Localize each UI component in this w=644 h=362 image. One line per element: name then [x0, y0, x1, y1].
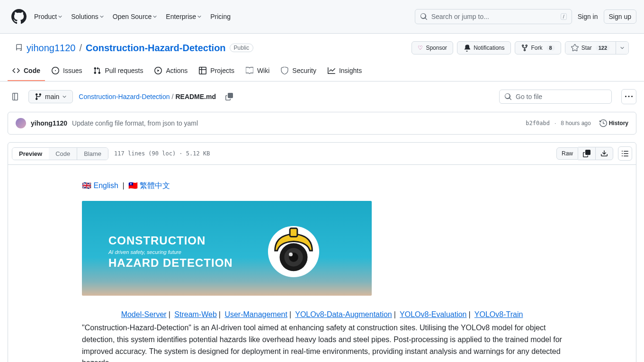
commit-time: 8 hours ago	[561, 120, 590, 127]
description: "Construction-Hazard-Detection" is an AI…	[82, 322, 562, 362]
heart-icon: ♡	[418, 45, 423, 51]
bell-icon	[463, 44, 471, 52]
outline-button[interactable]	[618, 146, 632, 161]
commit-sha[interactable]: b2f0abd	[526, 120, 550, 127]
star-icon	[571, 44, 579, 52]
nav-product[interactable]: Product	[34, 13, 63, 20]
copy-path-button[interactable]	[222, 89, 237, 104]
lang-zhtw[interactable]: 繁體中文	[140, 181, 170, 190]
breadcrumb: Construction-Hazard-Detection / README.m…	[79, 93, 216, 100]
file-view: Preview Code Blame 117 lines (90 loc) · …	[8, 142, 636, 362]
search-placeholder: Search or jump to...	[431, 13, 557, 20]
svg-rect-1	[290, 228, 297, 237]
link-user-mgmt[interactable]: User-Management	[224, 310, 287, 318]
markdown-body: 🇬🇧 English | 🇹🇼 繁體中文 Construction AI dri…	[8, 165, 636, 362]
link-train[interactable]: YOLOv8-Train	[474, 310, 523, 318]
visibility-badge: Public	[230, 44, 254, 52]
banner-logo-icon	[266, 224, 322, 280]
svg-point-5	[289, 253, 293, 256]
notifications-button[interactable]: Notifications	[457, 41, 510, 54]
repo-icon	[15, 44, 23, 52]
hero-banner: Construction AI driven safety, securing …	[82, 201, 372, 296]
link-stream-web[interactable]: Stream-Web	[174, 310, 217, 318]
file-toolbar: Preview Code Blame 117 lines (90 loc) · …	[8, 143, 636, 165]
link-eval[interactable]: YOLOv8-Evaluation	[400, 310, 466, 318]
tab-insights[interactable]: Insights	[323, 62, 367, 81]
tab-pull-requests[interactable]: Pull requests	[89, 62, 148, 81]
repo-tabs: Code Issues Pull requests Actions Projec…	[0, 62, 644, 81]
file-nav-bar: main Construction-Hazard-Detection / REA…	[0, 81, 644, 112]
sign-up-button[interactable]: Sign up	[604, 9, 636, 24]
blame-tab[interactable]: Blame	[77, 148, 108, 160]
issues-icon	[52, 67, 59, 74]
lang-english[interactable]: English	[93, 181, 118, 190]
repo-actions: ♡Sponsor Notifications Fork8 Star122	[411, 41, 629, 54]
branch-icon	[35, 93, 42, 100]
sidebar-collapse-icon	[11, 93, 19, 100]
chevron-down-icon	[620, 45, 625, 50]
code-tab[interactable]: Code	[49, 148, 77, 160]
go-to-file[interactable]: Go to file	[499, 90, 612, 104]
sign-in-link[interactable]: Sign in	[578, 13, 598, 20]
link-data-aug[interactable]: YOLOv8-Data-Augmentation	[295, 310, 392, 318]
book-icon	[246, 67, 253, 74]
module-links: Model-Server| Stream-Web| User-Managemen…	[82, 309, 562, 320]
pr-icon	[93, 67, 101, 74]
file-info: 117 lines (90 loc) · 5.12 KB	[114, 150, 210, 157]
star-button-group: Star122	[565, 41, 629, 54]
more-menu[interactable]	[621, 89, 636, 104]
search-icon	[420, 13, 428, 20]
nav-enterprise[interactable]: Enterprise	[166, 13, 202, 20]
expand-tree-button[interactable]	[8, 89, 23, 104]
tab-wiki[interactable]: Wiki	[241, 62, 274, 81]
search-shortcut: /	[561, 13, 567, 20]
branch-selector[interactable]: main	[28, 90, 73, 103]
table-icon	[199, 67, 206, 74]
global-search[interactable]: Search or jump to... /	[415, 9, 572, 24]
download-button[interactable]	[595, 147, 613, 160]
list-icon	[621, 150, 629, 157]
primary-nav: Product Solutions Open Source Enterprise…	[34, 13, 415, 20]
tab-code[interactable]: Code	[8, 62, 45, 81]
owner-link[interactable]: yihong1120	[27, 43, 75, 54]
link-model-server[interactable]: Model-Server	[121, 310, 167, 318]
repo-link[interactable]: Construction-Hazard-Detection	[86, 43, 226, 54]
preview-tab[interactable]: Preview	[12, 148, 49, 160]
commit-author[interactable]: yihong1120	[31, 119, 67, 127]
commit-message[interactable]: Update config file format, from json to …	[72, 119, 198, 127]
nav-solutions[interactable]: Solutions	[71, 13, 104, 20]
nav-pricing[interactable]: Pricing	[210, 13, 231, 20]
repo-title: yihong1120 / Construction-Hazard-Detecti…	[15, 43, 253, 54]
fork-button[interactable]: Fork8	[515, 41, 561, 54]
copy-icon	[225, 93, 233, 100]
language-selector: 🇬🇧 English | 🇹🇼 繁體中文	[82, 180, 562, 191]
view-mode-tabs: Preview Code Blame	[12, 147, 108, 160]
tab-security[interactable]: Security	[276, 62, 321, 81]
breadcrumb-root[interactable]: Construction-Hazard-Detection	[79, 93, 170, 100]
global-header: Product Solutions Open Source Enterprise…	[0, 0, 644, 34]
github-logo[interactable]	[11, 9, 27, 24]
history-link[interactable]: History	[599, 119, 628, 127]
breadcrumb-file: README.md	[175, 93, 216, 100]
nav-open-source[interactable]: Open Source	[113, 13, 158, 20]
copy-raw-button[interactable]	[578, 147, 595, 160]
shield-icon	[281, 67, 288, 74]
avatar[interactable]	[16, 118, 26, 128]
repo-header: yihong1120 / Construction-Hazard-Detecti…	[0, 34, 644, 54]
fork-icon	[521, 44, 528, 52]
tab-projects[interactable]: Projects	[194, 62, 239, 81]
sponsor-button[interactable]: ♡Sponsor	[411, 41, 453, 54]
history-icon	[599, 119, 607, 127]
latest-commit: yihong1120 Update config file format, fr…	[8, 112, 636, 135]
kebab-icon	[625, 93, 633, 100]
star-button[interactable]: Star122	[565, 42, 616, 54]
tab-actions[interactable]: Actions	[150, 62, 192, 81]
copy-icon	[583, 150, 590, 157]
star-menu-caret[interactable]	[616, 42, 628, 54]
code-icon	[12, 67, 20, 74]
chevron-down-icon	[62, 94, 67, 99]
tab-issues[interactable]: Issues	[47, 62, 87, 81]
search-icon	[504, 93, 512, 100]
raw-button[interactable]: Raw	[556, 147, 578, 160]
download-icon	[600, 150, 608, 157]
